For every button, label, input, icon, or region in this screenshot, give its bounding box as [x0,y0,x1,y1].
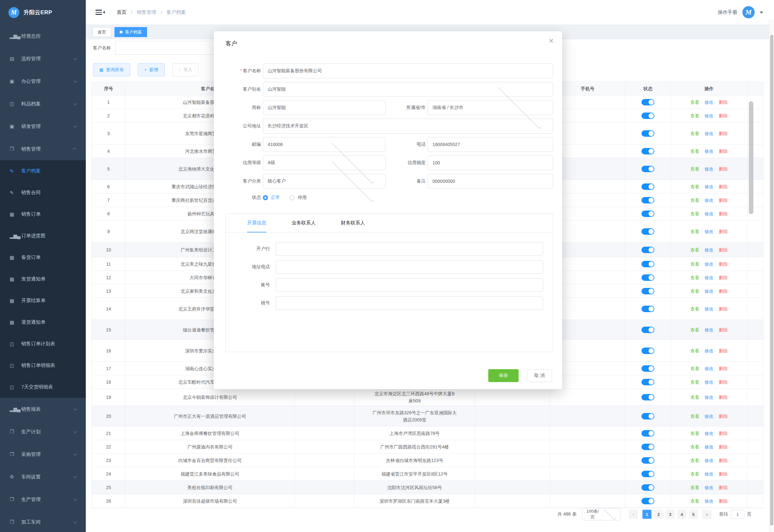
view-link[interactable]: 查看 [690,210,700,217]
customer-name-field[interactable] [263,64,553,78]
status-toggle[interactable] [641,148,654,154]
view-link[interactable]: 查看 [690,305,700,312]
edit-link[interactable]: 修改 [705,112,714,119]
status-toggle[interactable] [641,379,654,385]
sidebar-item-销售报表[interactable]: ▂▆▄销售报表 [0,398,86,420]
status-toggle[interactable] [641,471,654,477]
edit-link[interactable]: 修改 [705,197,714,204]
page-button-2[interactable]: 2 [654,510,663,519]
delete-link[interactable]: 删除 [719,288,728,295]
sidebar-item-退货通知单[interactable]: ▦退货通知单 [0,311,86,333]
delete-link[interactable]: 删除 [719,261,728,268]
sidebar-item-生产管理[interactable]: ❐生产管理 [0,488,86,511]
view-link[interactable]: 查看 [690,430,700,437]
view-link[interactable]: 查看 [690,288,700,295]
province-select[interactable]: 湖南省 / 长沙市 [428,100,553,115]
credit-level-select[interactable]: A级 [263,155,385,170]
table-scrollbar-thumb[interactable] [749,101,753,214]
status-toggle[interactable] [641,113,654,119]
tab-customer-archive[interactable]: 客户档案 [114,27,147,37]
sidebar-item-办公管理[interactable]: ▣办公管理 [0,70,86,93]
credit-limit-field[interactable] [428,155,553,170]
edit-link[interactable]: 修改 [705,498,714,505]
view-link[interactable]: 查看 [690,379,700,386]
sidebar-item-销售订单[interactable]: ▦销售订单 [0,203,86,225]
sidebar-item-开票结算单[interactable]: ▦开票结算单 [0,290,86,311]
sidebar-item-车间设置[interactable]: ⚙车间设置 [0,466,86,488]
edit-link[interactable]: 修改 [705,165,714,172]
edit-link[interactable]: 修改 [705,347,714,354]
sidebar-item-销售管理[interactable]: ❐销售管理 [0,138,86,160]
sidebar-item-经营总控[interactable]: ▂▆▄经营总控 [0,25,86,47]
delete-link[interactable]: 删除 [719,305,728,312]
view-link[interactable]: 查看 [690,274,700,281]
status-toggle[interactable] [641,247,654,253]
edit-link[interactable]: 修改 [705,130,714,137]
edit-link[interactable]: 修改 [705,443,714,450]
edit-link[interactable]: 修改 [705,246,714,253]
next-page-button[interactable]: › [702,510,711,519]
view-link[interactable]: 查看 [690,347,700,354]
delete-link[interactable]: 删除 [719,326,728,333]
sidebar-item-备货订单[interactable]: ▦备货订单 [0,247,86,268]
delete-link[interactable]: 删除 [719,130,728,137]
view-link[interactable]: 查看 [690,443,700,450]
delete-link[interactable]: 删除 [719,99,728,106]
view-link[interactable]: 查看 [690,246,700,253]
status-toggle[interactable] [641,130,654,137]
delete-link[interactable]: 删除 [719,112,728,119]
edit-link[interactable]: 修改 [705,430,714,437]
company-address-field[interactable] [263,119,553,133]
sidebar-item-料品档案[interactable]: ◫料品档案 [0,93,86,115]
edit-link[interactable]: 修改 [705,228,714,235]
delete-link[interactable]: 删除 [719,457,728,464]
avatar[interactable]: M [742,6,755,18]
customer-alias-field[interactable] [263,82,553,97]
save-button[interactable]: 保存 [488,369,519,382]
edit-link[interactable]: 修改 [705,99,714,106]
delete-link[interactable]: 删除 [719,148,728,155]
breadcrumb-sales[interactable]: 销售管理 [137,9,156,15]
status-toggle[interactable] [641,413,654,419]
zip-field[interactable] [263,137,385,152]
sidebar-item-流程管理[interactable]: ▤流程管理 [0,47,86,70]
delete-link[interactable]: 删除 [719,413,728,420]
sidebar-item-发货通知单[interactable]: ▦发货通知单 [0,268,86,290]
tax-no-field[interactable] [276,296,543,310]
delete-link[interactable]: 删除 [719,274,728,281]
add-button[interactable]: + 新增 [138,63,165,76]
edit-link[interactable]: 修改 [705,288,714,295]
tel-field[interactable] [428,137,553,152]
status-toggle[interactable] [641,484,654,491]
edit-link[interactable]: 修改 [705,365,714,372]
window-scrollbar-thumb[interactable] [770,35,773,526]
view-link[interactable]: 查看 [690,498,700,505]
status-toggle[interactable] [641,183,654,190]
status-toggle[interactable] [641,457,654,464]
edit-link[interactable]: 修改 [705,183,714,190]
edit-link[interactable]: 修改 [705,210,714,217]
edit-link[interactable]: 修改 [705,274,714,281]
delete-link[interactable]: 删除 [719,165,728,172]
sidebar-item-销售订单明细表[interactable]: ◫销售订单明细表 [0,355,86,376]
status-toggle[interactable] [641,288,654,294]
tab-home[interactable]: 首页 [93,27,111,37]
delete-link[interactable]: 删除 [719,347,728,354]
import-button[interactable]: ↑ 导入 [172,63,199,76]
view-link[interactable]: 查看 [690,413,700,420]
short-name-field[interactable] [263,100,385,115]
page-button-1[interactable]: 1 [642,510,651,519]
status-toggle[interactable] [641,99,654,105]
sidebar-item-7天交货明细表[interactable]: ◫7天交货明细表 [0,376,86,398]
view-link[interactable]: 查看 [690,99,700,106]
page-size-select[interactable]: 100条/页 [582,508,620,520]
sidebar-item-销售订单计划表[interactable]: ◫销售订单计划表 [0,333,86,355]
sidebar-collapse-icon[interactable] [95,8,103,16]
delete-link[interactable]: 删除 [719,470,728,478]
delete-link[interactable]: 删除 [719,246,728,253]
view-link[interactable]: 查看 [690,183,700,190]
edit-link[interactable]: 修改 [705,148,714,155]
status-toggle[interactable] [641,498,654,504]
delete-link[interactable]: 删除 [719,183,728,190]
sidebar-item-生产计划[interactable]: ❐生产计划 [0,420,86,443]
